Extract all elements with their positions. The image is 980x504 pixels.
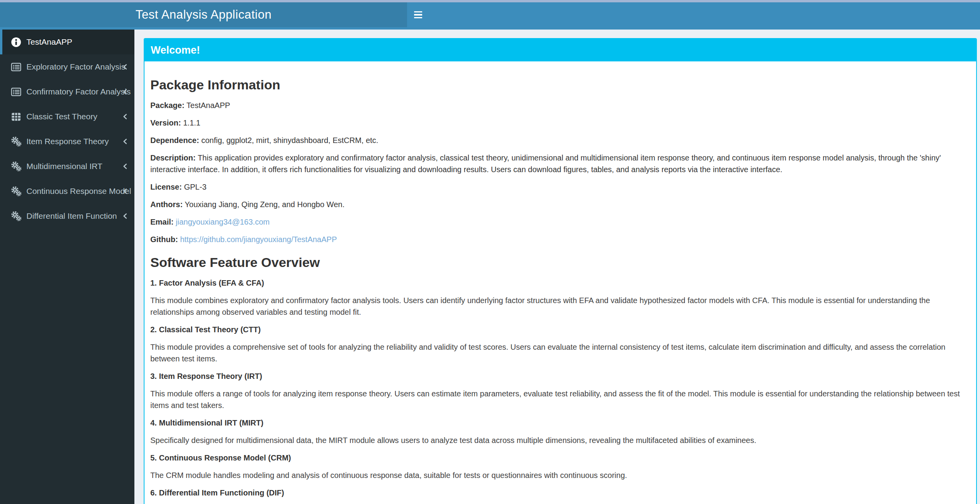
- field-anthors: Anthors: Youxiang Jiang, Qing Zeng, and …: [150, 199, 969, 210]
- feature-title: 6. Differential Item Functioning (DIF): [150, 487, 969, 499]
- github-link[interactable]: https://github.com/jiangyouxiang/TestAna…: [180, 235, 337, 244]
- field-version: Version: 1.1.1: [150, 117, 969, 129]
- field-label: Anthors:: [150, 200, 183, 209]
- field-label: Github:: [150, 235, 178, 244]
- chevron-left-icon: [121, 137, 129, 146]
- chevron-left-icon: [121, 87, 129, 96]
- sidebar-item-confirmatory-factor-analysis[interactable]: Confirmatory Factor Analysis: [0, 79, 134, 104]
- feature-title: 3. Item Response Theory (IRT): [150, 370, 969, 382]
- feature-title: 5. Continuous Response Model (CRM): [150, 452, 969, 464]
- app-title: Test Analysis Application: [136, 8, 272, 22]
- field-package: Package: TestAnaAPP: [150, 99, 969, 111]
- features-heading: Software Feature Overview: [150, 255, 969, 270]
- sidebar-menu: TestAnaAPP Exploratory Factor Analysis: [0, 30, 134, 228]
- field-dependence: Dependence: config, ggplot2, mirt, shiny…: [150, 134, 969, 146]
- feature-title: 1. Factor Analysis (EFA & CFA): [150, 277, 969, 289]
- field-label: Email:: [150, 218, 174, 226]
- field-value: 1.1.1: [183, 119, 200, 127]
- sidebar-item-item-response-theory[interactable]: Item Response Theory: [0, 129, 134, 154]
- feature-description: The CRM module handles modeling and anal…: [150, 469, 969, 481]
- feature-description: This module offers a range of tools for …: [150, 388, 969, 411]
- sidebar-item-label: Item Response Theory: [26, 137, 109, 146]
- field-label: Description:: [150, 153, 196, 162]
- welcome-box-header: Welcome!: [144, 39, 976, 61]
- main-content: Welcome! Package Information Package: Te…: [134, 30, 980, 504]
- sidebar-item-exploratory-factor-analysis[interactable]: Exploratory Factor Analysis: [0, 54, 134, 79]
- field-value: config, ggplot2, mirt, shinydashboard, E…: [201, 136, 378, 145]
- sidebar-item-differential-item-function[interactable]: Differential Item Function: [0, 204, 134, 228]
- cogs-icon: [11, 136, 21, 147]
- welcome-box-title: Welcome!: [151, 44, 200, 56]
- window-top-edge: [0, 0, 980, 2]
- field-description: Description: This application provides e…: [150, 152, 969, 175]
- field-label: Package:: [150, 101, 185, 110]
- email-link[interactable]: jiangyouxiang34@163.com: [176, 218, 270, 226]
- app-logo: Test Analysis Application: [0, 2, 407, 27]
- sidebar-toggle-button[interactable]: [407, 2, 429, 27]
- chevron-left-icon: [121, 112, 129, 121]
- field-label: Dependence:: [150, 136, 199, 145]
- field-license: License: GPL-3: [150, 181, 969, 193]
- cogs-icon: [11, 161, 21, 172]
- field-github: Github: https://github.com/jiangyouxiang…: [150, 234, 969, 245]
- info-circle-icon: [11, 37, 21, 47]
- sidebar-item-label: Differential Item Function: [26, 211, 117, 221]
- sidebar-item-continuous-response-model[interactable]: Continuous Response Model: [0, 179, 134, 204]
- field-value: TestAnaAPP: [186, 101, 230, 110]
- feature-description: Specifically designed for multidimension…: [150, 434, 969, 446]
- package-info-heading: Package Information: [150, 77, 969, 92]
- list-alt-icon: [11, 87, 21, 97]
- sidebar-item-testanaapp[interactable]: TestAnaAPP: [0, 30, 134, 54]
- field-label: License:: [150, 183, 182, 191]
- welcome-box-body: Package Information Package: TestAnaAPP …: [144, 61, 976, 504]
- chevron-left-icon: [121, 63, 129, 71]
- app-header: Test Analysis Application: [0, 0, 980, 30]
- feature-description: This module provides a comprehensive set…: [150, 341, 969, 364]
- sidebar-item-label: Classic Test Theory: [26, 112, 97, 121]
- field-email: Email: jiangyouxiang34@163.com: [150, 216, 969, 228]
- sidebar-item-multidimensional-irt[interactable]: Multidimensional IRT: [0, 154, 134, 179]
- feature-title: 2. Classical Test Theory (CTT): [150, 324, 969, 335]
- field-value: Youxiang Jiang, Qing Zeng, and Hongbo We…: [185, 200, 345, 209]
- welcome-box: Welcome! Package Information Package: Te…: [144, 38, 977, 504]
- field-value: GPL-3: [184, 183, 207, 191]
- chevron-left-icon: [121, 212, 129, 220]
- th-grid-icon: [11, 112, 21, 122]
- cogs-icon: [11, 211, 21, 221]
- list-alt-icon: [11, 62, 21, 72]
- sidebar: TestAnaAPP Exploratory Factor Analysis: [0, 30, 134, 504]
- chevron-left-icon: [121, 187, 129, 195]
- sidebar-item-label: Confirmatory Factor Analysis: [26, 87, 131, 96]
- sidebar-item-label: Multidimensional IRT: [26, 162, 103, 171]
- feature-description: This module combines exploratory and con…: [150, 295, 969, 318]
- field-value: This application provides exploratory an…: [150, 153, 941, 174]
- sidebar-item-label: TestAnaAPP: [26, 37, 72, 47]
- field-label: Version:: [150, 119, 181, 127]
- sidebar-item-classic-test-theory[interactable]: Classic Test Theory: [0, 104, 134, 129]
- sidebar-item-label: Continuous Response Model: [26, 187, 131, 196]
- sidebar-item-label: Exploratory Factor Analysis: [26, 62, 125, 72]
- feature-title: 4. Multidimensional IRT (MIRT): [150, 417, 969, 429]
- chevron-left-icon: [121, 162, 129, 171]
- cogs-icon: [11, 186, 21, 197]
